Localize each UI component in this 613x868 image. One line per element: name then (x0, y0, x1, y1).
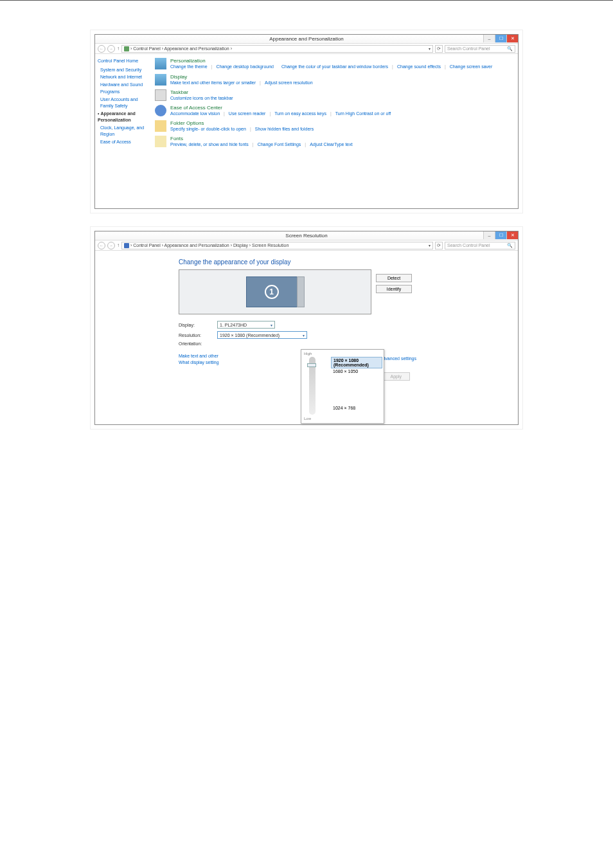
monitor-number: 1 (265, 285, 279, 299)
sidebar-item-users[interactable]: User Accounts and Family Safety (100, 96, 147, 110)
link-click-open[interactable]: Specify single- or double-click to open (170, 127, 246, 131)
slider-low-label: Low (304, 417, 382, 420)
link-low-vision[interactable]: Accommodate low vision (170, 111, 220, 116)
link-text-size[interactable]: Make text and other items larger or smal… (170, 80, 256, 85)
monitor-preview: 1 Detect Identify (179, 269, 371, 314)
link-change-theme[interactable]: Change the theme (170, 64, 208, 70)
cat-folder-title[interactable]: Folder Options (170, 120, 513, 126)
monitor-1[interactable]: 1 (246, 276, 298, 307)
chevron-down-icon[interactable]: ▾ (429, 46, 431, 51)
display-label: Display: (179, 323, 217, 327)
display-select[interactable]: 1. PL2473HD▾ (217, 321, 275, 329)
page-heading: Change the appearance of your display (179, 258, 518, 266)
minimize-button[interactable]: – (483, 231, 495, 239)
taskbar-icon (155, 89, 166, 101)
breadcrumb[interactable]: › Control Panel › Appearance and Persona… (121, 242, 433, 249)
link-advanced-settings[interactable]: Advanced settings (380, 356, 416, 361)
link-high-contrast[interactable]: Turn High Contrast on or off (335, 111, 391, 116)
refresh-button[interactable]: ⟳ (435, 242, 443, 249)
refresh-button[interactable]: ⟳ (435, 45, 443, 53)
link-change-sound[interactable]: Change sound effects (397, 64, 441, 70)
link-screen-reader[interactable]: Use screen reader (229, 111, 266, 116)
link-change-color[interactable]: Change the color of your taskbar and win… (281, 64, 388, 70)
resolution-option-1024[interactable]: 1024 × 768 (331, 405, 382, 411)
apply-button[interactable]: Apply (382, 372, 410, 381)
personalization-icon (155, 58, 166, 69)
ease-icon (155, 105, 166, 116)
folder-icon (155, 120, 166, 132)
sidebar-home[interactable]: Control Panel Home (98, 58, 147, 65)
link-change-background[interactable]: Change desktop background (216, 64, 274, 70)
search-placeholder: Search Control Panel (447, 243, 490, 248)
cat-fonts-title[interactable]: Fonts (170, 136, 513, 141)
nav-up-button[interactable]: ↑ (117, 242, 120, 248)
link-font-settings[interactable]: Change Font Settings (258, 142, 301, 147)
cat-display-title[interactable]: Display (170, 74, 513, 80)
content-pane: Personalization Change the theme| Change… (150, 54, 518, 208)
slider-thumb[interactable] (307, 363, 316, 367)
search-icon: 🔍 (507, 46, 513, 51)
window: Appearance and Personalization – ☐ ✕ ← →… (94, 34, 519, 209)
link-screen-saver[interactable]: Change screen saver (450, 64, 493, 70)
search-input[interactable]: Search Control Panel 🔍 (445, 45, 515, 53)
cat-taskbar-title[interactable]: Taskbar (170, 89, 513, 95)
display-fields: Display: 1. PL2473HD▾ Resolution: 1920 ×… (179, 321, 371, 365)
sidebar-item-appearance: Appearance and Personalization (98, 111, 147, 124)
link-cleartype[interactable]: Adjust ClearType text (310, 142, 353, 147)
maximize-button[interactable]: ☐ (495, 231, 506, 239)
resolution-select[interactable]: 1920 × 1080 (Recommended)▾ (217, 331, 307, 339)
minimize-button[interactable]: – (483, 35, 495, 42)
address-bar: ← → ↑ › Control Panel › Appearance and P… (95, 44, 518, 54)
slider-high-label: High (304, 352, 382, 356)
nav-back-button[interactable]: ← (98, 45, 105, 53)
cat-ease-title[interactable]: Ease of Access Center (170, 105, 513, 111)
resolution-option-recommended[interactable]: 1920 × 1080 (Recommended) (331, 357, 382, 368)
breadcrumb-text: › Control Panel › Appearance and Persona… (130, 46, 232, 51)
chevron-down-icon: ▾ (303, 333, 305, 338)
link-easy-keys[interactable]: Turn on easy access keys (274, 111, 326, 116)
close-button[interactable]: ✕ (506, 231, 518, 239)
close-button[interactable]: ✕ (506, 35, 518, 42)
breadcrumb[interactable]: › Control Panel › Appearance and Persona… (121, 45, 433, 53)
link-hidden-files[interactable]: Show hidden files and folders (255, 127, 314, 131)
window-title: Screen Resolution (285, 233, 327, 239)
titlebar: Screen Resolution – ☐ ✕ (95, 231, 518, 240)
chevron-down-icon: ▾ (271, 323, 272, 327)
display-icon (155, 74, 166, 86)
window: Screen Resolution – ☐ ✕ ← → ↑ › Control … (94, 231, 519, 425)
figure-resolution-window: Screen Resolution – ☐ ✕ ← → ↑ › Control … (90, 226, 523, 429)
sidebar: Control Panel Home System and Security N… (95, 54, 150, 208)
search-icon: 🔍 (507, 243, 513, 248)
orientation-label: Orientation: (179, 341, 217, 346)
breadcrumb-text: › Control Panel › Appearance and Persona… (130, 243, 289, 248)
link-adjust-resolution[interactable]: Adjust screen resolution (265, 80, 313, 85)
identify-button[interactable]: Identify (376, 285, 412, 293)
resolution-option-1680[interactable]: 1680 × 1050 (331, 368, 382, 374)
sidebar-item-system[interactable]: System and Security (100, 67, 147, 74)
resolution-dropdown: High 1920 × 1080 (Recommended) 1680 × 10… (301, 349, 384, 424)
sidebar-item-network[interactable]: Network and Internet (100, 74, 147, 81)
nav-forward-button[interactable]: → (107, 45, 115, 53)
search-input[interactable]: Search Control Panel 🔍 (445, 242, 515, 249)
cat-personalization-title[interactable]: Personalization (170, 58, 513, 64)
resolution-slider[interactable] (309, 357, 315, 415)
figure-appearance-window: Appearance and Personalization – ☐ ✕ ← →… (90, 30, 523, 213)
link-preview-fonts[interactable]: Preview, delete, or show and hide fonts (170, 142, 249, 147)
maximize-button[interactable]: ☐ (495, 35, 506, 42)
window-body: Change the appearance of your display 1 … (95, 251, 518, 424)
chevron-down-icon[interactable]: ▾ (429, 243, 431, 248)
monitor-side (297, 276, 305, 307)
nav-back-button[interactable]: ← (98, 242, 105, 249)
titlebar: Appearance and Personalization – ☐ ✕ (95, 35, 518, 44)
sidebar-item-programs[interactable]: Programs (100, 89, 147, 96)
link-customize-taskbar[interactable]: Customize icons on the taskbar (170, 96, 233, 100)
sidebar-item-clock[interactable]: Clock, Language, and Region (100, 125, 147, 138)
detect-button[interactable]: Detect (376, 274, 412, 282)
nav-up-button[interactable]: ↑ (117, 46, 120, 51)
sidebar-item-ease[interactable]: Ease of Access (100, 139, 147, 146)
display-icon (124, 243, 129, 248)
search-placeholder: Search Control Panel (447, 46, 490, 51)
control-panel-icon (124, 46, 129, 51)
sidebar-item-hardware[interactable]: Hardware and Sound (100, 82, 147, 89)
nav-forward-button[interactable]: → (107, 242, 115, 249)
